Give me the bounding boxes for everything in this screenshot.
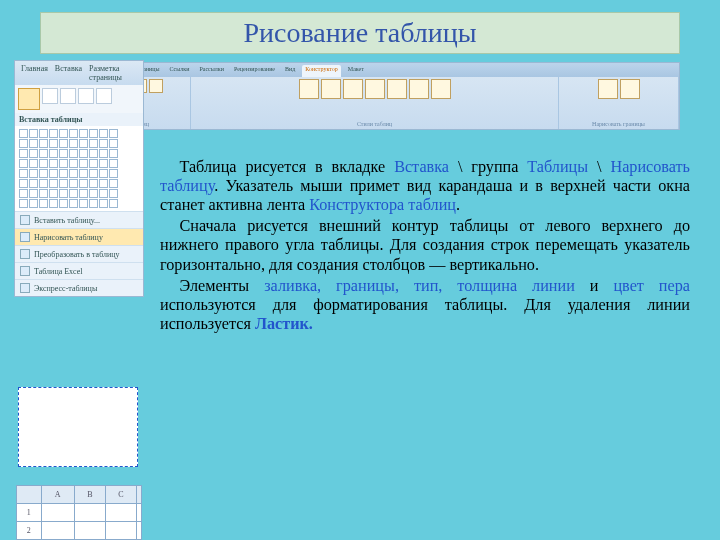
dropdown-option-convert[interactable]: Преобразовать в таблицу [15,245,143,262]
dropdown-header: Главная Вставка Разметка страницы [15,61,143,85]
convert-icon [20,249,30,259]
pencil-icon [20,232,30,242]
ribbon-group-drawborders: Нарисовать границы [559,77,679,129]
table-style-icon[interactable] [365,79,385,99]
option-label: Таблица Excel [34,267,82,276]
dropdown-tab[interactable]: Вставка [53,63,84,83]
body-text: Таблица рисуется в вкладке Вставка \ гру… [160,158,690,336]
table-style-icon[interactable] [343,79,363,99]
table-cell [137,504,142,522]
paragraph-2: Сначала рисуется внешний контур таблицы … [160,217,690,274]
table-cell [137,522,142,540]
dropdown-grid-title: Вставка таблицы [15,113,143,126]
table-style-icon[interactable] [321,79,341,99]
table-style-icon[interactable] [299,79,319,99]
slide-title-bar: Рисование таблицы [40,12,680,54]
sample-table: A B C 1 2 3 4 [16,485,142,540]
insert-grid[interactable] [15,126,143,211]
excel-icon [20,266,30,276]
text-run: \ группа [449,158,527,176]
table-cell [105,504,136,522]
text-run: и [575,277,614,295]
shapes-icon[interactable] [78,88,94,104]
ribbon-tab[interactable]: Вид [282,65,298,77]
paragraph-3: Элементы заливка, границы, тип, толщина … [160,277,690,334]
picture-icon[interactable] [42,88,58,104]
dropdown-option-insert[interactable]: Вставить таблицу... [15,211,143,228]
option-label: Нарисовать таблицу [34,233,103,242]
quick-icon [20,283,30,293]
table-header: B [74,486,105,504]
table-header [17,486,42,504]
ribbon-tab[interactable]: Ссылки [167,65,193,77]
table-header [137,486,142,504]
table-style-icon[interactable] [409,79,429,99]
drawing-outline-box [18,387,138,467]
dropdown-option-draw[interactable]: Нарисовать таблицу [15,228,143,245]
ribbon-tab[interactable]: Рецензирование [231,65,278,77]
table-button-icon[interactable] [18,88,40,110]
keyword: Конструктора таблиц [309,196,456,214]
option-label: Экспресс-таблицы [34,284,97,293]
table-style-icon[interactable] [387,79,407,99]
dropdown-option-quick[interactable]: Экспресс-таблицы [15,279,143,296]
text-run: \ [588,158,610,176]
grid-icon [20,215,30,225]
table-header: A [41,486,74,504]
dropdown-toolbar [15,85,143,113]
dropdown-option-excel[interactable]: Таблица Excel [15,262,143,279]
table-cell [41,522,74,540]
option-label: Вставить таблицу... [34,216,100,225]
ribbon-group-label: Стили таблиц [357,121,392,127]
keyword: Таблицы [527,158,588,176]
text-run: Элементы [179,277,264,295]
pen-icon[interactable] [598,79,618,99]
ribbon-group-styles: Стили таблиц [191,77,559,129]
ribbon-tab[interactable]: Макет [345,65,367,77]
keyword: заливка, границы, тип, толщина линии [264,277,575,295]
ribbon-tab-active[interactable]: Конструктор [302,65,341,77]
text-run: . [456,196,460,214]
ribbon-tab[interactable]: Рассылки [196,65,226,77]
option-label: Преобразовать в таблицу [34,250,120,259]
table-style-icon[interactable] [431,79,451,99]
dropdown-tab[interactable]: Главная [19,63,50,83]
table-cell: 2 [17,522,42,540]
keyword: цвет пера [613,277,690,295]
insert-table-dropdown: Главная Вставка Разметка страницы Вставк… [14,60,144,297]
table-header: C [105,486,136,504]
keyword: Ластик. [255,315,313,333]
paragraph-1: Таблица рисуется в вкладке Вставка \ гру… [160,158,690,215]
slide-title: Рисование таблицы [41,17,679,49]
eraser-icon[interactable] [620,79,640,99]
checkbox-icon[interactable] [149,79,163,93]
dropdown-tab[interactable]: Разметка страницы [87,63,139,83]
table-cell: 1 [17,504,42,522]
left-illustrations: Главная Вставка Разметка страницы Вставк… [14,60,144,540]
table-cell [74,504,105,522]
chart-icon[interactable] [96,88,112,104]
text-run: используются для форматирования таблицы.… [160,296,690,333]
text-run: Таблица рисуется в вкладке [179,158,394,176]
ribbon-group-label: Нарисовать границы [592,121,645,127]
keyword: Вставка [394,158,449,176]
table-cell [41,504,74,522]
table-cell [74,522,105,540]
table-cell [105,522,136,540]
clipart-icon[interactable] [60,88,76,104]
